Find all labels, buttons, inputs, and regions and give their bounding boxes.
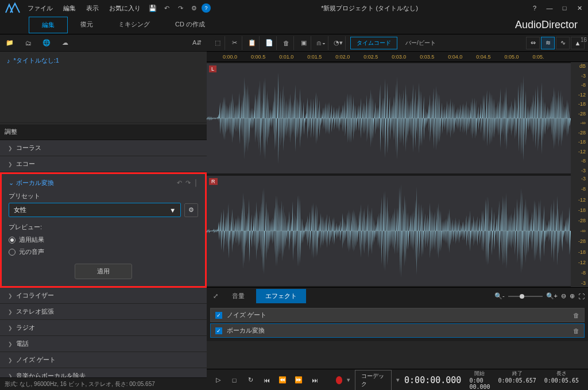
record-button[interactable] (336, 376, 343, 384)
preset-select[interactable]: 女性 ▼ (9, 203, 181, 217)
length-time: 0:00:05.65 (544, 377, 579, 384)
effect-vocal-remove[interactable]: ❯音楽からボーカルを除去 (0, 368, 207, 377)
help-icon[interactable]: ? (202, 3, 211, 13)
library-icon[interactable]: 🗂 (23, 38, 33, 48)
vocal-change-panel: ⌄ ボーカル変換 ↶ ↷ │ プリセット 女性 ▼ ⚙ プレビュー (0, 172, 207, 288)
chevron-right-icon: ❯ (8, 161, 13, 167)
end-time: 0:00:05.657 (498, 377, 536, 384)
mode-edit[interactable]: 編集 (29, 17, 68, 33)
menu-view[interactable]: 表示 (82, 2, 103, 15)
adjust-header: 調整 (0, 123, 207, 140)
dropdown-icon: ▼ (169, 207, 176, 214)
effect-phone[interactable]: ❯電話 (0, 336, 207, 352)
menu-favorites[interactable]: お気に入り (105, 2, 145, 15)
chevron-right-icon: ❯ (8, 309, 13, 315)
applied-effect-vocal[interactable]: ✓ ボーカル変換 🗑 (210, 323, 585, 338)
close-panel-icon[interactable]: │ (194, 179, 198, 187)
record-menu-icon[interactable]: ▾ (347, 376, 350, 384)
zoom-v-in-icon[interactable]: ⊕ (570, 292, 575, 300)
minimize-button[interactable]: — (543, 2, 556, 14)
globe-icon[interactable]: 🌐 (41, 38, 52, 48)
chevron-right-icon: ❯ (8, 373, 13, 378)
settings-icon[interactable]: ⚙ (188, 2, 200, 14)
track-list: ♪ *タイトルなし:1 (0, 52, 207, 123)
effect-echo[interactable]: ❯エコー (0, 156, 207, 172)
zoom-v-out-icon[interactable]: ⊖ (561, 292, 566, 300)
trash-icon[interactable]: 🗑 (573, 312, 579, 319)
effect-radio[interactable]: ❯ラジオ (0, 320, 207, 336)
mode-mix[interactable]: ミキシング (106, 17, 163, 33)
import-icon[interactable]: 📁 (5, 38, 15, 48)
channel-label-r: R (209, 178, 218, 185)
logo-icon (2, 1, 23, 15)
barbeat-button[interactable]: バー/ビート (400, 37, 442, 49)
copy-icon[interactable]: 📋 (245, 36, 260, 50)
waveform-left[interactable]: L (207, 63, 571, 173)
forward-button[interactable]: ⏩ (293, 373, 304, 387)
undo-small-icon[interactable]: ↶ (177, 179, 182, 187)
trash-icon[interactable]: 🗑 (573, 327, 579, 334)
rewind-button[interactable]: ⏪ (277, 373, 288, 387)
mode-restore[interactable]: 復元 (68, 17, 106, 33)
normalize-icon[interactable]: ⫙▾ (314, 36, 328, 50)
track-item[interactable]: ♪ *タイトルなし:1 (2, 54, 204, 67)
view-mode-3-icon[interactable]: ∿ (556, 37, 570, 49)
close-button[interactable]: ✕ (573, 2, 586, 14)
preset-value: 女性 (14, 206, 26, 214)
radio-original[interactable]: 元の音声 (9, 246, 198, 258)
mode-cd[interactable]: CD の作成 (163, 17, 218, 33)
zoom-out-icon[interactable]: 🔍- (494, 292, 505, 300)
preset-label: プリセット (9, 192, 198, 200)
chevron-right-icon: ❯ (8, 357, 13, 363)
radio-applied-result[interactable]: 適用結果 (9, 234, 198, 246)
insert-silence-icon[interactable]: ◔▾ (331, 36, 346, 50)
skip-start-button[interactable]: ⏮ (261, 373, 272, 387)
view-mode-1-icon[interactable]: ⇔ (526, 37, 540, 49)
delete-icon[interactable]: 🗑 (279, 36, 294, 50)
apply-button[interactable]: 適用 (75, 264, 132, 279)
redo-small-icon[interactable]: ↷ (185, 179, 191, 187)
lock-icon[interactable]: ⤢ (210, 291, 220, 302)
chevron-down-icon[interactable]: ⌄ (9, 179, 14, 187)
save-icon[interactable]: 💾 (146, 2, 159, 14)
track-name: *タイトルなし:1 (14, 56, 59, 65)
tab-effect[interactable]: エフェクト (256, 289, 306, 303)
menu-file[interactable]: ファイル (23, 2, 57, 15)
codec-button[interactable]: コーデック (355, 370, 392, 391)
effect-chorus[interactable]: ❯コーラス (0, 140, 207, 156)
timecode-button[interactable]: タイムコード (350, 37, 397, 49)
help-button[interactable]: ? (528, 2, 541, 14)
cloud-icon[interactable]: ☁ (60, 38, 70, 48)
waveform-right[interactable]: R (207, 176, 571, 286)
vocal-title: ボーカル変換 (16, 179, 54, 187)
preset-settings-icon[interactable]: ⚙ (184, 203, 198, 217)
undo-icon[interactable]: ↶ (160, 2, 173, 14)
menu-edit[interactable]: 編集 (59, 2, 80, 15)
paste-icon[interactable]: 📄 (262, 36, 277, 50)
maximize-button[interactable]: □ (558, 2, 571, 14)
checkbox-icon[interactable]: ✓ (215, 312, 222, 319)
stop-button[interactable]: □ (229, 373, 240, 387)
radio-icon (9, 237, 16, 244)
redo-icon[interactable]: ↷ (174, 2, 187, 14)
checkbox-icon[interactable]: ✓ (215, 327, 222, 334)
font-size-icon[interactable]: A⇵ (192, 38, 202, 48)
brand-label: AudioDirector (515, 19, 588, 31)
applied-effect-noise[interactable]: ✓ ノイズ ゲート 🗑 (210, 308, 585, 322)
loop-button[interactable]: ↻ (245, 373, 256, 387)
effect-noisegate[interactable]: ❯ノイズ ゲート (0, 352, 207, 368)
zoom-in-icon[interactable]: 🔍+ (546, 292, 558, 300)
chevron-right-icon: ❯ (8, 293, 13, 299)
tab-volume[interactable]: 音量 (223, 289, 254, 303)
timeline-ruler[interactable]: 0:00.0 0:00.5 0:01.0 0:01.5 0:02.0 0:02.… (207, 52, 588, 62)
cut-icon[interactable]: ✂ (227, 36, 242, 50)
crop-icon[interactable]: ▣ (296, 36, 311, 50)
effect-stereo[interactable]: ❯ステレオ拡張 (0, 304, 207, 320)
select-tool-icon[interactable]: ⬚ (210, 36, 225, 50)
zoom-slider[interactable] (508, 296, 543, 297)
effect-equalizer[interactable]: ❯イコライザー (0, 288, 207, 304)
play-button[interactable]: ▷ (212, 373, 224, 387)
skip-end-button[interactable]: ⏭ (309, 373, 320, 387)
view-mode-2-icon[interactable]: ≋ (541, 37, 555, 49)
window-title: *新規プロジェクト (タイトルなし) (211, 4, 528, 13)
